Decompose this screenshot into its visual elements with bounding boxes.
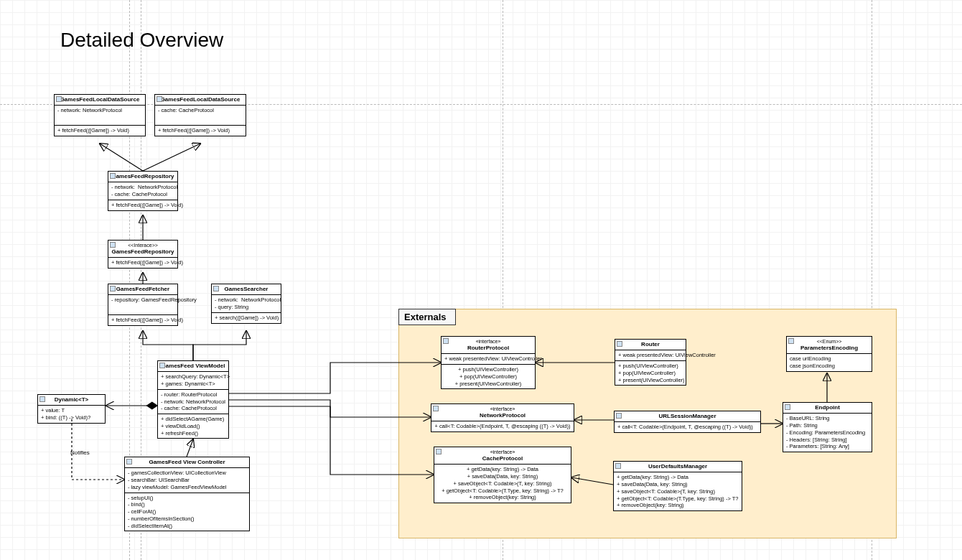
class-icon [436, 449, 442, 454]
class-icon [213, 286, 219, 291]
class-title: GamesFeed View Controller [125, 457, 249, 468]
interface-cache[interactable]: «interface»CacheProtocol + getData(key: … [434, 447, 571, 503]
class-stereo: «interface» [444, 338, 533, 345]
class-icon [433, 406, 439, 411]
class-attrs: - repository: GamesFeedRepository [108, 295, 177, 315]
class-icon [615, 463, 621, 469]
class-title: Dynamic<T> [38, 395, 105, 406]
class-attrs2: - router: RouterProtocol - network: Netw… [158, 390, 228, 414]
class-title: GamesFeedRepository [111, 248, 174, 255]
class-title: UserDefaultsManager [614, 462, 742, 472]
externals-label: Externals [398, 309, 456, 325]
class-attrs: + searchQuery: Dynamic<T> + games: Dynam… [158, 372, 228, 390]
class-ops: + call<T: Codable>(Endpoint, T, @escapin… [431, 421, 574, 431]
class-title: GamesSearcher [212, 284, 281, 295]
class-attrs: - gamesCollectionView: UICollectionView … [125, 468, 249, 493]
class-icon [110, 173, 116, 179]
class-ops: + search(([Game]) -> Void) [212, 313, 281, 323]
class-attrs: - network: NetworkProtocol - query: Stri… [212, 295, 281, 313]
class-stereo: <<Interace>> [111, 242, 175, 248]
class-stereo: <<Enum>> [789, 338, 869, 345]
class-urlsession[interactable]: URLSessionManager + call<T: Codable>(End… [614, 411, 761, 433]
class-title: GamesFeed ViewModel [158, 361, 228, 372]
class-attrs: - BaseURL: String - Path: String - Encod… [783, 414, 872, 452]
class-attrs: + value: T + bind: ((T) -> Void)? [38, 406, 105, 423]
enum-parameters-encoding[interactable]: <<Enum>>ParametersEncoding case urlEncod… [786, 336, 872, 372]
class-viewcontroller[interactable]: GamesFeed View Controller - gamesCollect… [124, 457, 250, 531]
class-title: GamesFeedRepository [108, 172, 177, 182]
class-ops: + fetchFeed(([Game]) -> Void) [108, 315, 177, 325]
class-ops: + push(UIViewController) + pop(UIViewCon… [615, 361, 686, 385]
notifies-label: Notifies [70, 449, 90, 456]
class-title: Endpoint [783, 403, 872, 414]
class-dynamic[interactable]: Dynamic<T> + value: T + bind: ((T) -> Vo… [37, 394, 106, 424]
class-ops: + fetchFeed(([Game]) -> Void) [155, 126, 246, 136]
class-icon [443, 338, 449, 344]
class-title: CacheProtocol [482, 455, 523, 462]
class-ops: + getData(key: String) -> Data + saveDat… [434, 465, 571, 503]
class-title: ParametersEncoding [800, 345, 858, 351]
class-userdefaults[interactable]: UserDefaultsManager + getData(key: Strin… [613, 461, 742, 511]
class-ops: - setupUI() - bind() - cellForAt() - num… [125, 493, 249, 531]
class-icon [157, 96, 162, 102]
class-icon [788, 338, 794, 344]
class-stereo: «interface» [434, 406, 571, 412]
class-icon [126, 459, 132, 465]
class-title: Router [615, 340, 686, 350]
class-attrs: - cache: CacheProtocol [155, 106, 246, 126]
class-attrs: - network: NetworkProtocol [55, 106, 145, 126]
class-attrs: + weak presentedView: UIViewController [442, 354, 535, 365]
interface-router[interactable]: «interface»RouterProtocol + weak present… [441, 336, 536, 389]
class-icon [617, 341, 622, 347]
class-title: RouterProtocol [467, 345, 509, 351]
class-icon [159, 363, 165, 368]
class-ops: + fetchFeed(([Game]) -> Void) [55, 126, 145, 136]
class-icon [110, 242, 116, 248]
class-icon [785, 404, 790, 410]
class-icon [110, 286, 116, 291]
class-repository[interactable]: GamesFeedRepository - network: NetworkPr… [108, 171, 178, 211]
class-title: NetworkProtocol [480, 412, 526, 419]
interface-repository[interactable]: <<Interace>>GamesFeedRepository + fetchF… [108, 240, 178, 269]
class-attrs: + weak presentedView: UIViewController [615, 350, 686, 361]
class-router[interactable]: Router + weak presentedView: UIViewContr… [615, 339, 686, 386]
class-ops: case urlEncoding case jsonEncoding [787, 354, 872, 371]
class-title: GamesFeedLocalDataSource [55, 95, 145, 106]
class-icon [39, 396, 45, 402]
class-ops: + fetchFeed(([Game]) -> Void) [108, 258, 177, 268]
class-fetcher[interactable]: GamesFeedFetcher - repository: GamesFeed… [108, 284, 178, 326]
class-datasource-network[interactable]: GamesFeedLocalDataSource - network: Netw… [54, 94, 146, 136]
class-stereo: «interface» [436, 449, 569, 455]
page-title: Detailed Overview [60, 29, 223, 52]
class-attrs: - network: NetworkProtocol - cache: Cach… [108, 182, 177, 200]
class-ops: + getData(key: String) -> Data + saveDat… [614, 472, 742, 510]
diagram-canvas[interactable]: Detailed Overview Externals GamesFeedLoc… [0, 0, 962, 560]
class-ops: + push(UIViewController) + pop(UIViewCon… [442, 365, 535, 388]
interface-network[interactable]: «interface»NetworkProtocol + call<T: Cod… [431, 403, 574, 432]
class-ops: + fetchFeed(([Game]) -> Void) [108, 200, 177, 210]
class-title: GamesFeedFetcher [108, 284, 177, 295]
class-datasource-cache[interactable]: GamesFeedLocalDataSource - cache: CacheP… [154, 94, 246, 136]
class-searcher[interactable]: GamesSearcher - network: NetworkProtocol… [211, 284, 281, 324]
class-icon [56, 96, 62, 102]
class-title: URLSessionManager [615, 411, 760, 422]
class-ops: + didSelectAGame(Game) + viewDidLoad() +… [158, 414, 228, 438]
class-endpoint[interactable]: Endpoint - BaseURL: String - Path: Strin… [783, 402, 872, 452]
class-title: GamesFeedLocalDataSource [155, 95, 246, 106]
class-viewmodel[interactable]: GamesFeed ViewModel + searchQuery: Dynam… [157, 360, 229, 439]
class-ops: + call<T: Codable>(Endpoint, T, @escapin… [615, 422, 760, 432]
class-icon [616, 413, 622, 419]
